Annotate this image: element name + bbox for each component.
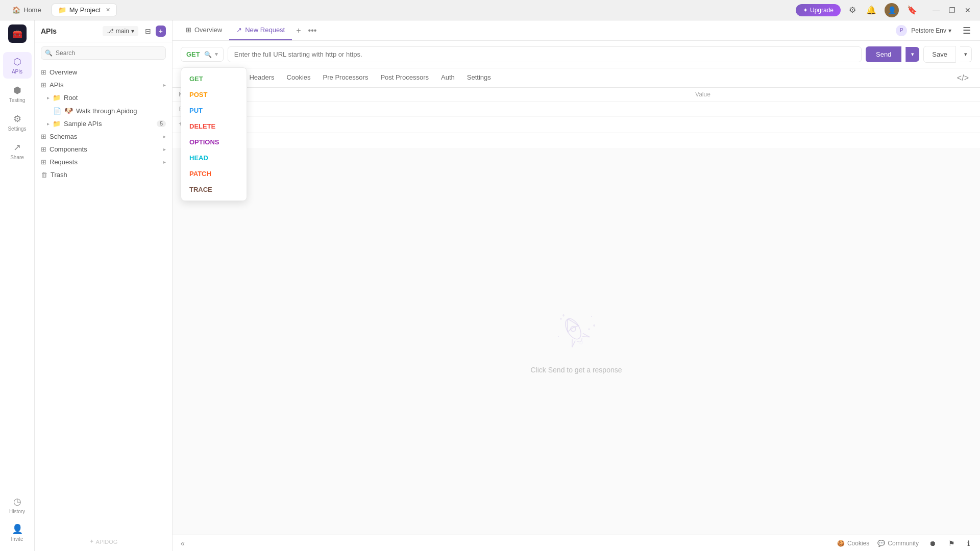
tab-new-request[interactable]: ↗ New Request (229, 20, 292, 40)
filter-button[interactable]: ⊟ (142, 26, 154, 37)
tree-item-apis[interactable]: ⊞ APIs ▸ (35, 79, 172, 91)
more-tabs-button[interactable]: ••• (306, 25, 319, 36)
home-icon: 🏠 (12, 6, 20, 14)
avatar[interactable]: 👤 (885, 3, 899, 17)
add-param-row[interactable]: + Add query param (173, 117, 980, 131)
minimize-button[interactable]: — (929, 5, 943, 15)
save-dropdown-button[interactable]: ▾ (960, 46, 972, 62)
close-project-icon[interactable]: ✕ (106, 7, 110, 13)
tab-overview[interactable]: ⊞ Overview (179, 20, 229, 40)
sidebar-item-invite[interactable]: 👤 Invite (3, 519, 32, 546)
method-item-options[interactable]: OPTIONS (181, 134, 247, 150)
info-button[interactable]: ℹ (965, 537, 972, 549)
req-tab-settings[interactable]: Settings (461, 68, 497, 87)
tree-item-trash[interactable]: 🗑 Trash (35, 168, 172, 181)
tree-item-overview[interactable]: ⊞ Overview (35, 66, 172, 79)
main-layout: 🧰 ⬡ APIs ⬢ Testing ⚙ Settings ↗ Share ◷ … (0, 20, 980, 551)
method-item-post[interactable]: POST (181, 87, 247, 103)
schemas-expand-icon: ▸ (163, 134, 166, 139)
param-key-cell[interactable]: Enter param (173, 102, 689, 117)
tree-item-sample-apis[interactable]: ▸ 📁 Sample APIs 5 (35, 117, 172, 130)
sidebar-item-share[interactable]: ↗ Share (3, 138, 32, 164)
params-section: Key Value Enter param + Add query param … (173, 88, 980, 148)
tree-item-root[interactable]: ▸ 📁 Root (35, 91, 172, 104)
method-item-put[interactable]: PUT (181, 103, 247, 118)
method-item-patch[interactable]: PATCH (181, 166, 247, 182)
components-label: Components (50, 145, 160, 153)
branch-selector[interactable]: ⎇ main ▾ (103, 26, 138, 36)
method-selector[interactable]: GET 🔍 ▾ (181, 47, 224, 62)
flag-button[interactable]: ⚑ (946, 537, 957, 549)
save-button[interactable]: Save (923, 46, 956, 63)
search-input[interactable] (41, 46, 166, 60)
invite-label: Invite (11, 536, 23, 542)
request-tabs: Params Body Headers Cookies Pre Processo… (173, 68, 980, 88)
tree-item-schemas[interactable]: ⊞ Schemas ▸ (35, 130, 172, 143)
collapse-button-area: « (181, 539, 185, 547)
url-input[interactable] (228, 46, 862, 62)
apis-expand-icon: ▸ (163, 82, 166, 88)
add-tab-button[interactable]: + (294, 25, 303, 36)
tabs-actions: + ••• (294, 25, 318, 36)
tree-item-requests[interactable]: ⊞ Requests ▸ (35, 156, 172, 168)
param-value-cell[interactable] (689, 102, 980, 117)
root-folder-icon: 📁 (53, 94, 61, 102)
settings-label: Settings (8, 126, 26, 132)
sidebar-item-apis[interactable]: ⬡ APIs (3, 52, 32, 79)
collapse-sidebar-button[interactable]: « (181, 539, 185, 547)
method-chevron-icon: ▾ (215, 51, 218, 58)
env-name-selector[interactable]: Petstore Env ▾ (911, 27, 951, 34)
req-tab-pre-processors[interactable]: Pre Processors (317, 68, 375, 87)
sidebar-item-testing[interactable]: ⬢ Testing (3, 81, 32, 107)
method-item-get[interactable]: GET (181, 71, 247, 87)
trash-icon: 🗑 (41, 171, 47, 179)
apis-tree-label: APIs (50, 81, 160, 89)
tree-item-components[interactable]: ⊞ Components ▸ (35, 143, 172, 156)
sample-expand-icon: ▸ (47, 121, 50, 127)
hamburger-button[interactable]: ☰ (960, 23, 974, 38)
add-button[interactable]: + (156, 26, 166, 37)
project-tab[interactable]: 📁 My Project ✕ (52, 4, 117, 16)
overview-icon: ⊞ (41, 68, 46, 76)
home-label: Home (23, 6, 41, 14)
tab-new-request-label: New Request (245, 26, 285, 34)
chevron-down-icon: ▾ (131, 28, 134, 35)
upgrade-button[interactable]: ✦ Upgrade (796, 4, 841, 16)
req-tab-headers[interactable]: Headers (243, 68, 280, 87)
statusbar-community[interactable]: 💬 Community (877, 540, 919, 547)
window-controls: — ❐ ✕ (929, 5, 974, 15)
record-button[interactable]: ⏺ (927, 537, 938, 549)
req-tab-auth[interactable]: Auth (435, 68, 461, 87)
method-item-delete[interactable]: DELETE (181, 118, 247, 134)
send-button[interactable]: Send (866, 46, 901, 62)
code-view-button[interactable]: </> (954, 72, 972, 84)
req-tab-cookies[interactable]: Cookies (281, 68, 317, 87)
search-icon: 🔍 (45, 49, 53, 57)
req-tab-post-processors[interactable]: Post Processors (374, 68, 435, 87)
search-wrapper: 🔍 (41, 46, 166, 60)
sidebar-item-history[interactable]: ◷ History (3, 492, 32, 518)
svg-point-3 (558, 336, 559, 337)
settings-icon-btn[interactable]: ⚙ (847, 3, 858, 17)
walkthrough-emoji-icon: 🐶 (64, 107, 73, 115)
walkthrough-doc-icon: 📄 (53, 107, 61, 115)
col-key-header: Key (173, 88, 689, 102)
env-name-label: Petstore Env (911, 27, 946, 34)
statusbar-cookies[interactable]: 🍪 Cookies (837, 540, 869, 547)
method-item-head[interactable]: HEAD (181, 150, 247, 166)
send-dropdown-button[interactable]: ▾ (905, 47, 919, 62)
notifications-icon-btn[interactable]: 🔔 (864, 3, 878, 17)
tree-item-walkthrough[interactable]: 📄 🐶 Walk through Apidog (35, 104, 172, 117)
bookmark-icon-btn[interactable]: 🔖 (905, 3, 919, 17)
titlebar-left: 🏠 Home 📁 My Project ✕ (6, 4, 117, 16)
svg-point-0 (560, 318, 562, 320)
statusbar-right: 🍪 Cookies 💬 Community ⏺ ⚑ ℹ (837, 537, 972, 549)
home-tab[interactable]: 🏠 Home (6, 4, 47, 16)
sidebar-item-settings[interactable]: ⚙ Settings (3, 109, 32, 136)
restore-button[interactable]: ❐ (946, 5, 959, 15)
requests-label: Requests (50, 158, 160, 166)
tabs-bar: ⊞ Overview ↗ New Request + ••• P Petstor… (173, 20, 980, 41)
apidog-brand-label: APIDOG (96, 539, 118, 545)
close-button[interactable]: ✕ (962, 5, 974, 15)
method-item-trace[interactable]: TRACE (181, 182, 247, 197)
